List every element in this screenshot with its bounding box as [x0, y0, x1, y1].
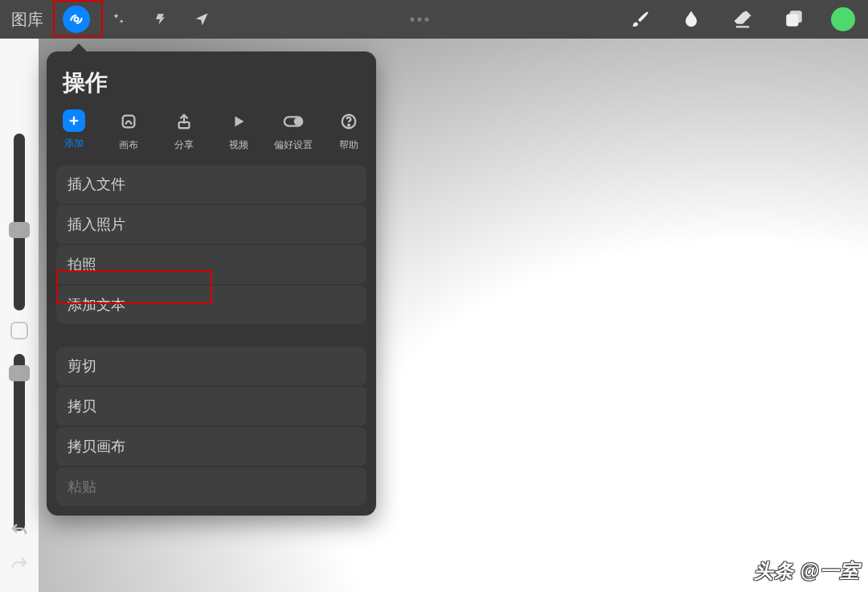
svg-rect-4: [178, 122, 189, 128]
redo-button[interactable]: [10, 555, 29, 578]
tab-prefs[interactable]: 偏好设置: [269, 109, 317, 152]
undo-button[interactable]: [10, 521, 29, 544]
menu-cut[interactable]: 剪切: [56, 347, 366, 385]
toolbar-left: 图库: [6, 6, 215, 33]
actions-popover: 操作 添加 画布 分享 视频: [47, 51, 376, 516]
selection-button[interactable]: [146, 6, 174, 33]
menu-group-clipboard: 剪切 拷贝 拷贝画布 粘贴: [47, 347, 376, 516]
menu-copy-canvas[interactable]: 拷贝画布: [56, 427, 366, 466]
top-toolbar: 图库 •••: [0, 0, 868, 39]
canvas-icon: [117, 109, 141, 134]
transform-button[interactable]: [188, 6, 215, 33]
brush-tool-icon[interactable]: [625, 5, 654, 34]
tab-help[interactable]: 帮助: [325, 109, 373, 152]
brush-size-slider[interactable]: [14, 134, 25, 310]
tab-share-label: 分享: [174, 138, 194, 152]
side-toolbar: [0, 134, 39, 531]
menu-insert-file[interactable]: 插入文件: [56, 165, 366, 204]
watermark-text: 头条 @一室: [754, 558, 860, 584]
help-icon: [337, 109, 361, 134]
modify-button[interactable]: [10, 322, 28, 339]
tab-add-label: 添加: [64, 137, 84, 150]
menu-take-photo[interactable]: 拍照: [56, 245, 366, 284]
tab-share[interactable]: 分享: [160, 109, 208, 152]
layers-icon[interactable]: [780, 5, 809, 34]
share-icon: [172, 109, 196, 134]
svg-rect-2: [790, 10, 802, 23]
tab-video-label: 视频: [229, 138, 248, 152]
svg-point-0: [75, 18, 79, 22]
svg-point-8: [348, 125, 350, 126]
tab-prefs-label: 偏好设置: [274, 138, 313, 152]
gallery-button[interactable]: 图库: [6, 9, 48, 31]
toolbar-center: •••: [215, 10, 625, 29]
brush-opacity-slider[interactable]: [14, 354, 25, 531]
menu-group-insert: 插入文件 插入照片 拍照 添加文本: [47, 165, 376, 334]
brush-opacity-thumb[interactable]: [9, 365, 30, 381]
menu-insert-photo[interactable]: 插入照片: [56, 205, 366, 244]
tab-add[interactable]: 添加: [50, 109, 98, 152]
popover-title: 操作: [47, 51, 376, 106]
modify-menu-icon[interactable]: •••: [409, 10, 431, 29]
undo-redo-group: [0, 521, 39, 578]
tab-canvas-label: 画布: [119, 138, 138, 152]
plus-icon: [63, 109, 85, 132]
smudge-tool-icon[interactable]: [677, 5, 706, 34]
toolbar-right: [625, 5, 862, 34]
play-icon: [227, 109, 251, 134]
brush-size-thumb[interactable]: [9, 222, 30, 238]
svg-point-6: [295, 118, 301, 124]
actions-button[interactable]: [63, 6, 90, 33]
tab-help-label: 帮助: [339, 138, 358, 152]
popover-arrow: [69, 43, 88, 53]
color-picker-swatch[interactable]: [831, 7, 855, 31]
toggle-icon: [281, 109, 305, 134]
eraser-tool-icon[interactable]: [728, 5, 757, 34]
tab-canvas[interactable]: 画布: [104, 109, 153, 152]
menu-paste[interactable]: 粘贴: [56, 467, 366, 506]
adjustments-button[interactable]: [104, 6, 132, 33]
popover-tab-row: 添加 画布 分享 视频 偏好设置: [47, 106, 376, 163]
tab-video[interactable]: 视频: [215, 109, 263, 152]
menu-gap: [47, 334, 376, 345]
menu-add-text[interactable]: 添加文本: [56, 286, 366, 324]
menu-copy[interactable]: 拷贝: [56, 387, 366, 426]
